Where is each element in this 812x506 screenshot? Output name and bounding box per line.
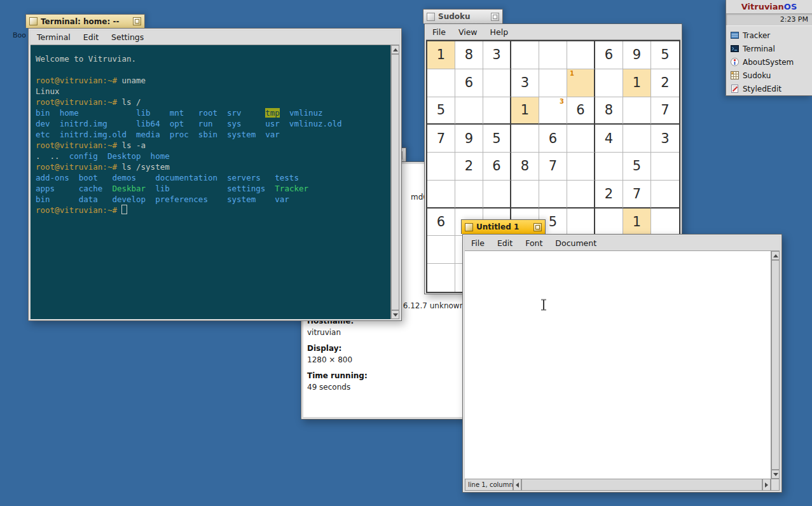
menu-item-document[interactable]: Document: [549, 236, 603, 250]
sudoku-cell[interactable]: 1: [623, 209, 651, 236]
sudoku-cell[interactable]: 9: [623, 41, 651, 69]
sudoku-cell[interactable]: [567, 209, 595, 236]
sudoku-cell[interactable]: [427, 181, 455, 209]
sudoku-cell[interactable]: [651, 181, 679, 209]
sudoku-cell[interactable]: 1: [567, 69, 595, 97]
sudoku-cell[interactable]: [651, 153, 679, 181]
deskbar-item-aboutsystem[interactable]: AboutSystem: [726, 55, 812, 69]
sudoku-cell[interactable]: 3: [511, 69, 539, 97]
sudoku-cell[interactable]: 2: [455, 153, 483, 181]
menu-item-view[interactable]: View: [452, 25, 484, 39]
sudoku-cell[interactable]: 3: [651, 125, 679, 153]
desktop[interactable]: Boo md64 an 6.12.7 unknown Hostname: vit…: [0, 0, 812, 506]
zoom-button[interactable]: [533, 223, 542, 231]
terminal-title-tab[interactable]: Terminal: home: --: [25, 14, 145, 28]
close-button[interactable]: [29, 17, 38, 25]
sudoku-cell[interactable]: [539, 41, 567, 69]
menu-item-settings[interactable]: Settings: [105, 31, 150, 44]
scroll-up-button[interactable]: [391, 45, 399, 54]
sudoku-cell[interactable]: 1: [623, 69, 651, 97]
sudoku-cell[interactable]: 7: [427, 125, 455, 153]
sudoku-cell[interactable]: 8: [595, 97, 623, 125]
sudoku-cell[interactable]: [455, 97, 483, 125]
sudoku-cell[interactable]: [595, 153, 623, 181]
sudoku-cell[interactable]: [511, 41, 539, 69]
sudoku-cell[interactable]: [567, 181, 595, 209]
sudoku-cell[interactable]: 3: [539, 97, 567, 125]
sudoku-cell[interactable]: 7: [623, 181, 651, 209]
sudoku-cell[interactable]: [539, 69, 567, 97]
sudoku-cell[interactable]: 5: [651, 41, 679, 69]
sudoku-cell[interactable]: 5: [623, 153, 651, 181]
sudoku-cell[interactable]: 8: [455, 41, 483, 69]
menu-item-edit[interactable]: Edit: [77, 31, 105, 44]
sudoku-cell[interactable]: 4: [595, 125, 623, 153]
sudoku-cell[interactable]: 1: [427, 41, 455, 69]
terminal-output[interactable]: Welcome to Vitruvian. root@vitruvian:~# …: [31, 45, 390, 319]
vertical-scrollbar[interactable]: [771, 251, 780, 479]
deskbar-item-sudoku[interactable]: Sudoku: [726, 69, 812, 82]
text-editing-area[interactable]: [465, 251, 771, 479]
sudoku-cell[interactable]: 8: [511, 153, 539, 181]
scroll-right-button[interactable]: [762, 479, 771, 491]
scroll-down-button[interactable]: [391, 310, 399, 319]
sudoku-cell[interactable]: [595, 209, 623, 236]
close-button[interactable]: [465, 223, 473, 231]
deskbar-menu[interactable]: VitruvianOS: [726, 0, 812, 13]
sudoku-cell[interactable]: 2: [595, 181, 623, 209]
deskbar-clock[interactable]: 2:23 PM: [726, 13, 812, 26]
sudoku-cell[interactable]: [511, 181, 539, 209]
menu-item-edit[interactable]: Edit: [491, 236, 519, 250]
sudoku-cell[interactable]: [427, 264, 455, 292]
scrollbar-thumb[interactable]: [771, 260, 780, 470]
sudoku-cell[interactable]: [623, 97, 651, 125]
terminal-vertical-scrollbar[interactable]: [390, 45, 399, 319]
sudoku-cell[interactable]: [483, 181, 511, 209]
stylededit-title-tab[interactable]: Untitled 1: [461, 219, 546, 234]
sudoku-cell[interactable]: 6: [539, 125, 567, 153]
desktop-icon-label[interactable]: Boo: [13, 31, 26, 39]
resize-corner[interactable]: [771, 479, 780, 491]
sudoku-cell[interactable]: [427, 236, 455, 264]
sudoku-cell[interactable]: 6: [427, 209, 455, 236]
scroll-up-button[interactable]: [771, 251, 780, 260]
scrollbar-thumb[interactable]: [391, 54, 399, 310]
sudoku-cell[interactable]: 5: [483, 125, 511, 153]
menu-item-font[interactable]: Font: [519, 236, 549, 250]
scroll-left-button[interactable]: [513, 479, 521, 491]
deskbar-item-tracker[interactable]: Tracker: [726, 29, 812, 42]
sudoku-cell[interactable]: [567, 41, 595, 69]
sudoku-cell[interactable]: [455, 181, 483, 209]
sudoku-cell[interactable]: [651, 209, 679, 236]
sudoku-cell[interactable]: 7: [539, 153, 567, 181]
sudoku-cell[interactable]: 1: [511, 97, 539, 125]
sudoku-cell[interactable]: [539, 181, 567, 209]
menu-item-help[interactable]: Help: [484, 25, 515, 39]
sudoku-cell[interactable]: [511, 125, 539, 153]
sudoku-cell[interactable]: 6: [595, 41, 623, 69]
sudoku-cell[interactable]: 7: [651, 97, 679, 125]
sudoku-cell[interactable]: [483, 97, 511, 125]
sudoku-cell[interactable]: 6: [455, 69, 483, 97]
sudoku-cell[interactable]: [427, 69, 455, 97]
deskbar-item-terminal[interactable]: Terminal: [726, 42, 812, 55]
deskbar-item-stylededit[interactable]: StyledEdit: [726, 82, 812, 95]
sudoku-cell[interactable]: [567, 125, 595, 153]
sudoku-cell[interactable]: 2: [651, 69, 679, 97]
sudoku-cell[interactable]: [427, 153, 455, 181]
sudoku-cell[interactable]: 9: [455, 125, 483, 153]
sudoku-cell[interactable]: [567, 153, 595, 181]
scroll-down-button[interactable]: [771, 470, 780, 479]
sudoku-cell[interactable]: 5: [427, 97, 455, 125]
sudoku-title-tab[interactable]: Sudoku: [423, 9, 503, 24]
close-button[interactable]: [427, 13, 435, 21]
zoom-button[interactable]: [133, 17, 141, 25]
horizontal-scrollbar-thumb[interactable]: [521, 479, 762, 491]
sudoku-cell[interactable]: [623, 125, 651, 153]
sudoku-cell[interactable]: 6: [567, 97, 595, 125]
zoom-button[interactable]: [491, 13, 499, 21]
sudoku-cell[interactable]: 3: [483, 41, 511, 69]
sudoku-cell[interactable]: 6: [483, 153, 511, 181]
menu-item-file[interactable]: File: [426, 25, 452, 39]
sudoku-cell[interactable]: [483, 69, 511, 97]
